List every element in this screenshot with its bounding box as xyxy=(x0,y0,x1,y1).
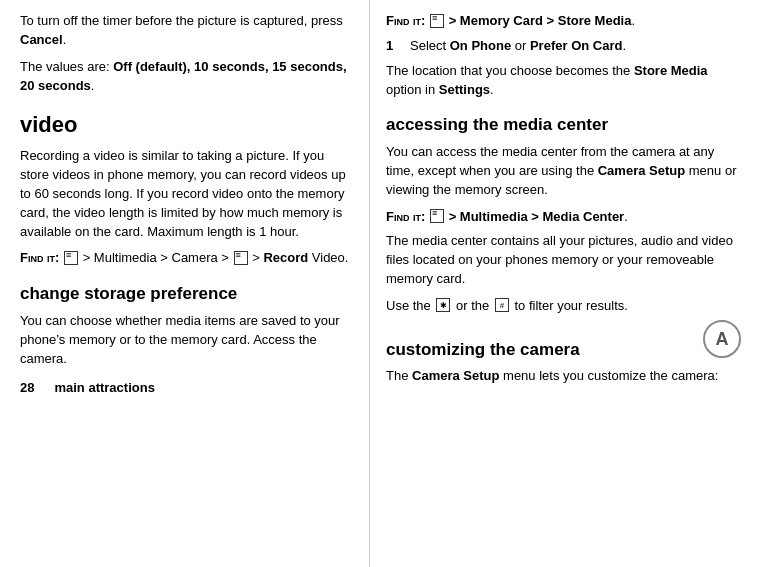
page-number: 28 xyxy=(20,379,34,398)
find-it-dot: . xyxy=(345,250,349,265)
step-1-bold: On Phone xyxy=(450,38,511,53)
step-1-bold2: Prefer On Card xyxy=(530,38,622,53)
change-heading: change storage preference xyxy=(20,282,353,307)
change-paragraph: You can choose whether media items are s… xyxy=(20,312,353,369)
customizing-heading: customizing the camera xyxy=(386,338,580,363)
menu-icon-right xyxy=(430,14,444,28)
use-text2: or the xyxy=(452,298,492,313)
find-it2-dot: . xyxy=(624,209,628,224)
values-paragraph: The values are: Off (default), 10 second… xyxy=(20,58,353,96)
find-it-memory-label: Find it: xyxy=(386,13,425,28)
camera-icon: A xyxy=(703,320,741,358)
location-end: . xyxy=(490,82,494,97)
menu-icon-1 xyxy=(64,251,78,265)
customizing-p1-end: menu lets you customize the camera: xyxy=(499,368,718,383)
filter-icon-hash: # xyxy=(495,298,509,312)
step-1-text: Select xyxy=(410,38,450,53)
intro-paragraph: To turn off the timer before the picture… xyxy=(20,12,353,50)
find-it-memory: Find it: > Memory Card > Store Media. xyxy=(386,12,741,31)
accessing-paragraph: You can access the media center from the… xyxy=(386,143,741,200)
intro-text2: . xyxy=(63,32,67,47)
camera-setup-bold: Camera Setup xyxy=(598,163,685,178)
find-it2-label: Find it: xyxy=(386,209,425,224)
location-text2: option in xyxy=(386,82,439,97)
customizing-paragraph: The Camera Setup menu lets you customize… xyxy=(386,367,741,386)
video-paragraph: Recording a video is similar to taking a… xyxy=(20,147,353,241)
find-it2-path: > Multimedia > Media Center xyxy=(445,209,624,224)
settings-bold: Settings xyxy=(439,82,490,97)
camera-icon-label: A xyxy=(716,326,729,352)
find-it-media: Find it: > Multimedia > Media Center. xyxy=(386,208,741,227)
use-text3: to filter your results. xyxy=(511,298,628,313)
use-paragraph: Use the ✱ or the # to filter your result… xyxy=(386,297,741,316)
step-1-num: 1 xyxy=(386,37,404,56)
cancel-bold: Cancel xyxy=(20,32,63,47)
values-label: The values are: xyxy=(20,59,113,74)
footer: 28 main attractions xyxy=(20,379,353,398)
step-1-or: or xyxy=(511,38,530,53)
location-text: The location that you choose becomes the xyxy=(386,63,634,78)
use-text: Use the xyxy=(386,298,434,313)
step-1-content: Select On Phone or Prefer On Card. xyxy=(410,37,626,56)
find-it-video-suffix: Video xyxy=(312,250,345,265)
step-list: 1 Select On Phone or Prefer On Card. xyxy=(386,37,741,56)
step-1: 1 Select On Phone or Prefer On Card. xyxy=(386,37,741,56)
video-heading: video xyxy=(20,109,353,141)
left-column: To turn off the timer before the picture… xyxy=(0,0,370,567)
find-it-video-end-text: > Record xyxy=(249,250,309,265)
find-it-memory-path: > Memory Card > Store Media xyxy=(445,13,631,28)
values-end: . xyxy=(91,78,95,93)
menu-icon-right2 xyxy=(430,209,444,223)
customizing-heading-row: customizing the camera A xyxy=(386,324,741,368)
right-column: Find it: > Memory Card > Store Media. 1 … xyxy=(370,0,757,567)
location-paragraph: The location that you choose becomes the… xyxy=(386,62,741,100)
intro-text: To turn off the timer before the picture… xyxy=(20,13,343,28)
menu-icon-2 xyxy=(234,251,248,265)
media-paragraph: The media center contains all your pictu… xyxy=(386,232,741,289)
step-1-end: . xyxy=(622,38,626,53)
find-it-memory-dot: . xyxy=(631,13,635,28)
record-label: Record xyxy=(263,250,308,265)
find-it-video: Find it: > Multimedia > Camera > > Recor… xyxy=(20,249,353,268)
find-it-video-label: Find it: xyxy=(20,250,59,265)
find-it-video-path: > Multimedia > Camera > xyxy=(79,250,233,265)
filter-icon-star: ✱ xyxy=(436,298,450,312)
camera-setup-bold2: Camera Setup xyxy=(412,368,499,383)
page: To turn off the timer before the picture… xyxy=(0,0,757,567)
footer-label: main attractions xyxy=(54,379,154,398)
customizing-p1-text: The xyxy=(386,368,412,383)
store-media-bold: Store Media xyxy=(634,63,708,78)
accessing-heading: accessing the media center xyxy=(386,113,741,138)
